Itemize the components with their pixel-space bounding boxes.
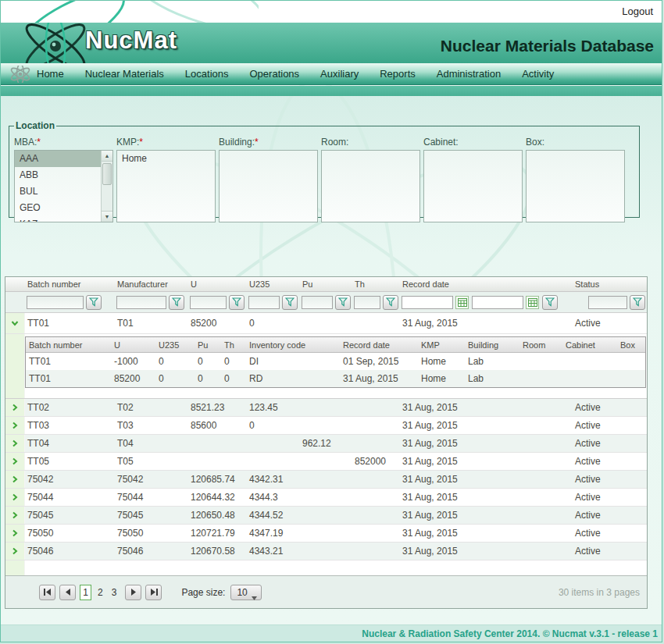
filter-date-funnel-button[interactable] [542,295,558,310]
location-panel: Location MBA:*AAAABBBULGEOKAZ▲▼KMP:*Home… [9,120,640,218]
detail-column-header-record-date[interactable]: Record date [340,340,418,350]
column-header-u[interactable]: U [188,279,247,289]
nav-item-auxiliary[interactable]: Auxiliary [320,68,359,80]
mba-listbox[interactable]: AAAABBBULGEOKAZ▲▼ [14,150,113,222]
filter-batch-funnel-button[interactable] [86,295,102,310]
table-row[interactable]: TT05T0585200031 Aug, 2015Active [5,453,647,471]
page-link-2[interactable]: 2 [98,587,103,598]
nav-item-activity[interactable]: Activity [522,68,554,80]
detail-column-header-building[interactable]: Building [465,340,519,350]
nav-item-locations[interactable]: Locations [185,68,229,80]
filter-th-funnel-button[interactable] [383,295,398,310]
scroll-thumb[interactable] [102,163,112,185]
column-header-date[interactable]: Record date [400,279,573,289]
nav-item-reports[interactable]: Reports [380,68,416,80]
page-size-label: Page size: [181,587,225,598]
filter-u235-funnel-button[interactable] [282,295,298,310]
filter-pu-funnel-button[interactable] [335,295,351,310]
row-expander[interactable] [5,525,25,542]
room-listbox[interactable] [321,150,420,222]
detail-column-header-u[interactable]: U [111,340,155,350]
table-row[interactable]: 7504575045120650.484344.5231 Aug, 2015Ac… [5,507,647,525]
prev-page-button[interactable] [59,585,76,600]
mba-list-item[interactable]: KAZ [15,216,112,222]
row-expander[interactable] [5,543,25,560]
mba-list-item[interactable]: BUL [15,183,112,200]
detail-row[interactable]: TT0185200000RD31 Aug, 2015HomeLab [26,370,645,387]
detail-column-header-u235[interactable]: U235 [155,340,195,350]
grid-header-row: Batch numberManufacturerUU235PuThRecord … [5,277,647,292]
first-page-button[interactable] [39,585,55,600]
mba-list-item[interactable]: GEO [15,200,112,216]
table-row[interactable]: TT03T0385600031 Aug, 2015Active [5,417,647,435]
filter-u-funnel-button[interactable] [229,295,245,310]
detail-cell: Home [418,356,465,367]
table-row[interactable]: 7504275042120685.744342.3131 Aug, 2015Ac… [5,471,647,489]
row-expander[interactable] [5,399,25,416]
prev-page-icon [65,589,71,596]
filter-pu-input[interactable] [302,296,333,309]
column-header-u235[interactable]: U235 [247,279,300,289]
column-header-pu[interactable]: Pu [300,279,352,289]
table-row[interactable]: TT04T04962.1231 Aug, 2015Active [5,435,647,453]
row-expander[interactable] [5,489,25,506]
detail-column-header-kmp[interactable]: KMP [418,340,465,350]
detail-column-header-inventory-code[interactable]: Inventory code [246,340,340,350]
scroll-up-button[interactable]: ▲ [102,151,112,162]
nav-item-home[interactable]: Home [37,68,64,80]
nav-item-administration[interactable]: Administration [437,68,501,80]
mba-list-item[interactable]: AAA [15,151,112,167]
table-row[interactable]: TT02T028521.23123.4531 Aug, 2015Active [5,399,647,417]
filter-manufacturer-input[interactable] [116,296,166,309]
page-link-3[interactable]: 3 [112,587,117,598]
next-page-button[interactable] [125,585,141,600]
column-header-manufacturer[interactable]: Manufacturer [115,279,188,289]
building-listbox[interactable] [219,150,318,222]
filter-manufacturer-funnel-button[interactable] [169,295,184,310]
row-expander[interactable] [5,507,25,524]
filter-batch-input[interactable] [27,296,84,309]
date-from-calendar-button[interactable] [455,296,469,309]
detail-column-header-batch-number[interactable]: Batch number [26,340,111,350]
filter-th-input[interactable] [354,296,380,309]
row-expander[interactable] [5,417,25,434]
filter-u-input[interactable] [190,296,227,309]
scroll-down-button[interactable]: ▼ [102,211,112,222]
column-header-th[interactable]: Th [352,279,400,289]
row-expander[interactable] [5,471,25,488]
filter-date-from-input[interactable] [402,296,453,309]
detail-column-header-cabinet[interactable]: Cabinet [562,340,617,350]
nav-item-nuclear-materials[interactable]: Nuclear Materials [85,68,164,80]
table-row[interactable]: 7504475044120644.324344.331 Aug, 2015Act… [5,489,647,507]
mba-list-item[interactable]: ABB [15,167,112,183]
table-row[interactable]: 7505075050120721.794347.1931 Aug, 2015Ac… [5,525,647,543]
row-expander[interactable] [5,453,25,470]
detail-column-header-th[interactable]: Th [221,340,246,350]
filter-date-to-input[interactable] [472,296,523,309]
nav-item-operations[interactable]: Operations [250,68,300,80]
filter-status-input[interactable] [588,296,627,309]
filter-status-funnel-button[interactable] [630,295,645,310]
date-to-calendar-button[interactable] [526,296,539,309]
column-header-status[interactable]: Status [573,279,647,289]
last-page-icon [150,589,158,596]
column-header-batch[interactable]: Batch number [25,279,115,289]
detail-column-header-room[interactable]: Room [519,340,562,350]
mba-scrollbar[interactable]: ▲▼ [101,151,112,222]
detail-column-header-pu[interactable]: Pu [195,340,221,350]
row-expander[interactable] [5,435,25,452]
kmp-list-item[interactable]: Home [117,151,215,167]
logout-link[interactable]: Logout [622,5,653,17]
detail-row[interactable]: TT01-1000000DI01 Sep, 2015HomeLab [26,353,645,370]
box-listbox[interactable] [526,150,625,222]
table-row[interactable]: 7504675046120670.584343.2131 Aug, 2015Ac… [5,543,647,560]
last-page-button[interactable] [145,585,162,600]
row-expander[interactable] [5,313,25,333]
table-row[interactable]: TT01T0185200031 Aug, 2015Active [5,313,647,334]
cabinet-listbox[interactable] [423,150,523,222]
filter-u235-input[interactable] [248,296,280,309]
kmp-listbox[interactable]: Home [116,150,216,222]
current-page-indicator[interactable]: 1 [80,585,91,600]
page-size-select[interactable]: 10 [230,585,262,600]
detail-column-header-box[interactable]: Box [617,340,645,350]
